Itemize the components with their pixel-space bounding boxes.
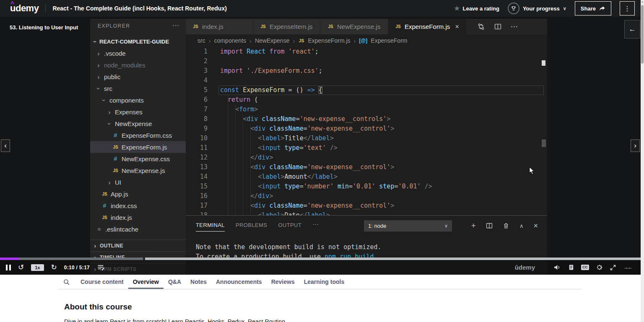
line-number: 17 — [186, 201, 208, 211]
more-options-button[interactable]: ⋮ — [620, 1, 635, 15]
js-file-icon: JS — [327, 24, 334, 29]
exit-expanded-view-icon[interactable]: →← — [623, 264, 631, 270]
tree-item-node-modules[interactable]: ›node_modules — [90, 59, 186, 71]
code-token: React — [247, 48, 269, 55]
tree-item-newexpense-js[interactable]: JSNewExpense.js — [90, 165, 186, 176]
git-compare-icon[interactable] — [477, 23, 485, 31]
breadcrumb-item-components[interactable]: components — [214, 37, 246, 44]
terminal-tab-problems[interactable]: PROBLEMS — [236, 222, 267, 228]
split-terminal-icon[interactable] — [486, 222, 493, 229]
tab-announcements[interactable]: Announcements — [211, 275, 267, 289]
tree-root-react-complete-guide[interactable]: › REACT-COMPLETE-GUIDE — [90, 36, 186, 46]
sidebar-section-outline[interactable]: ›OUTLINE — [90, 240, 186, 251]
search-icon[interactable] — [63, 278, 70, 286]
tab-q-a[interactable]: Q&A — [164, 275, 186, 289]
volume-icon[interactable] — [553, 264, 561, 271]
udemy-logo[interactable]: ^ udemy — [10, 4, 39, 13]
editor-tab-newexpense-js[interactable]: JSNewExpense.js — [321, 19, 388, 34]
closed-captions-button[interactable]: CC — [581, 265, 589, 270]
transcript-notes-icon[interactable] — [97, 264, 105, 271]
maximize-panel-icon[interactable]: ∧ — [519, 223, 524, 229]
pause-button[interactable] — [6, 265, 11, 270]
settings-gear-icon[interactable] — [596, 264, 603, 271]
breadcrumb-item-expenseform-js[interactable]: ExpenseForm.js — [308, 37, 350, 44]
code-token: < — [243, 115, 247, 123]
editor-more-icon[interactable]: ⋯ — [511, 22, 518, 31]
line-number: 9 — [186, 124, 208, 134]
next-lecture-button[interactable]: › — [631, 139, 640, 152]
chevron-right-icon: › — [107, 108, 112, 116]
terminal-tab-output[interactable]: OUTPUT — [278, 222, 301, 228]
tree-item-src[interactable]: ›src — [90, 82, 186, 94]
close-icon[interactable]: × — [455, 23, 459, 31]
tree-item-eslintcache[interactable]: ≡.eslintcache — [90, 223, 186, 235]
kill-terminal-trash-icon[interactable] — [503, 222, 509, 229]
split-editor-icon[interactable] — [494, 23, 501, 30]
code-token: step — [379, 183, 394, 190]
tree-item-components[interactable]: ›components — [90, 94, 186, 106]
controls-left: ↺ 1x ↻ 0:10 / 5:17 — [6, 264, 105, 271]
playback-speed-button[interactable]: 1x — [31, 264, 44, 271]
terminal-more-icon[interactable]: ⋯ — [312, 221, 319, 228]
editor-tab-index-js[interactable]: JSindex.js — [186, 19, 253, 34]
tab-overview[interactable]: Overview — [128, 275, 164, 289]
your-progress-button[interactable]: Your progress ∨ — [508, 3, 566, 14]
code-text: <input type='number' min='0.01' step='0.… — [208, 182, 432, 191]
terminal-shell-select[interactable]: 1: node ∨ — [364, 220, 452, 232]
code-token — [258, 115, 262, 123]
chevron-down-icon: › — [95, 86, 102, 91]
page-scrollbar[interactable]: ▲ — [641, 0, 644, 322]
share-button[interactable]: Share — [575, 1, 611, 15]
lecture-title: 53. Listening to User Input — [10, 24, 78, 31]
tree-item-vscode[interactable]: ›.vscode — [90, 47, 186, 59]
tree-item-newexpense-css[interactable]: #NewExpense.css — [90, 153, 186, 165]
course-title[interactable]: React - The Complete Guide (incl Hooks, … — [52, 5, 226, 12]
about-title: About this course — [64, 302, 483, 312]
code-token: = — [300, 183, 304, 190]
code-token: </ — [300, 211, 307, 215]
tree-item-ui[interactable]: ›UI — [90, 176, 186, 188]
tree-item-index-css[interactable]: #index.css — [90, 200, 186, 211]
video-player[interactable]: 53. Listening to User Input EXPLORER ⋯ ›… — [0, 17, 644, 275]
new-terminal-icon[interactable]: + — [471, 221, 476, 230]
leave-rating-button[interactable]: ★ Leave a rating — [454, 5, 499, 12]
explorer-more-icon[interactable]: ⋯ — [172, 21, 179, 29]
tree-item-newexpense[interactable]: ›NewExpense — [90, 118, 186, 129]
tree-item-public[interactable]: ›public — [90, 71, 186, 82]
rewind-icon[interactable]: ↺ — [18, 264, 24, 271]
about-body: Dive in and learn React.js from scratch!… — [64, 318, 483, 322]
tab-learning-tools[interactable]: Learning tools — [299, 275, 349, 289]
expand-course-content-button[interactable]: ← — [624, 20, 640, 39]
tab-course-content[interactable]: Course content — [76, 275, 128, 289]
breadcrumb-item-newexpense[interactable]: NewExpense — [255, 37, 290, 44]
js-file-icon: JS — [112, 168, 119, 173]
code-area[interactable]: 1import React from 'react';23import './E… — [186, 47, 547, 215]
terminal-tab-terminal[interactable]: TERMINAL — [196, 222, 225, 232]
tab-reviews[interactable]: Reviews — [267, 275, 299, 289]
code-token: > — [269, 192, 273, 200]
editor-tab-expenseitem-js[interactable]: JSExpenseItem.js — [253, 19, 320, 34]
line-number: 15 — [186, 182, 208, 191]
code-line-4: 4 — [186, 76, 547, 85]
tree-item-expenses[interactable]: ›Expenses — [90, 106, 186, 118]
editor-tab-expenseform-js[interactable]: JSExpenseForm.js× — [388, 19, 466, 34]
file-label: UI — [115, 179, 121, 186]
transcript-doc-icon[interactable] — [568, 264, 574, 271]
fullscreen-expand-icon[interactable] — [610, 264, 616, 271]
tab-notes[interactable]: Notes — [186, 275, 211, 289]
scrollbar-thumb[interactable] — [641, 5, 644, 64]
tree-item-expenseform-js[interactable]: JSExpenseForm.js — [90, 141, 186, 153]
scrollbar-up-arrow[interactable]: ▲ — [641, 0, 644, 3]
breadcrumb-item-src[interactable]: src — [197, 37, 205, 44]
tree-item-app-js[interactable]: JSApp.js — [90, 188, 186, 200]
forward-icon[interactable]: ↻ — [51, 264, 57, 271]
file-label: Expenses — [115, 108, 143, 116]
previous-lecture-button[interactable]: ‹ — [1, 139, 10, 152]
next-icon: › — [634, 142, 636, 150]
breadcrumb-item-expenseform[interactable]: ExpenseForm — [371, 37, 407, 44]
code-token: = — [300, 144, 304, 152]
tree-item-index-js[interactable]: JSindex.js — [90, 211, 186, 223]
editor-scrollbar-thumb[interactable] — [542, 139, 546, 147]
close-panel-icon[interactable]: × — [533, 222, 538, 230]
tree-item-expenseform-css[interactable]: #ExpenseForm.css — [90, 129, 186, 141]
